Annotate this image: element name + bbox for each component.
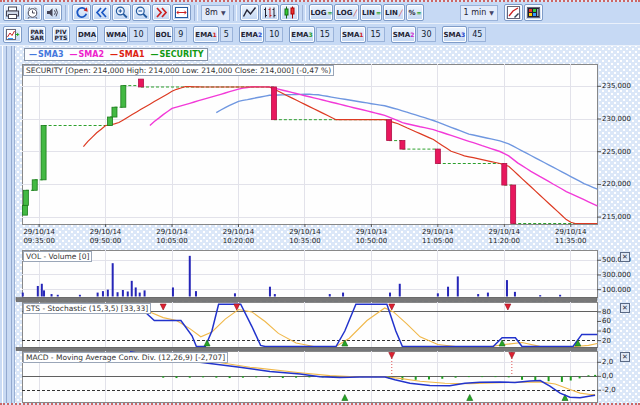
print-icon (5, 5, 20, 20)
x-axis-tick-label: 29/10/14 10:05:00 (148, 228, 196, 246)
candle (108, 117, 113, 126)
red-mark-icon: ╱ (399, 9, 403, 16)
zoom-in-button[interactable] (112, 4, 131, 21)
page-left-button[interactable] (92, 4, 111, 21)
indicator-button-dma[interactable]: DMA (76, 26, 98, 43)
toolbar-row-main: 8m▼LOG=LOG╱LIN=LIN╱%=1 min▼ (0, 2, 640, 24)
zoom-range-dropdown[interactable]: 8m▼ (201, 5, 230, 21)
legend-dash-icon: — (150, 50, 158, 59)
legend-label: SMA3 (38, 50, 63, 59)
indicator-period-value[interactable]: 9 (174, 27, 187, 42)
macd-histogram-bar (455, 376, 457, 377)
stochastic-panel-close-button[interactable]: ✕ (620, 303, 630, 313)
indicator-button-bol[interactable]: BOL (154, 26, 174, 43)
candle (23, 190, 28, 205)
scale-button-label: LOG (311, 9, 327, 17)
indicator-period-value[interactable]: 5 (220, 27, 233, 42)
legend-item-security: —SECURITY (150, 50, 203, 59)
panel-splitter[interactable] (16, 298, 597, 302)
display-settings-button[interactable] (524, 4, 543, 21)
scale-button-lin-3[interactable]: LIN╱ (383, 4, 405, 21)
print-button[interactable] (3, 4, 22, 21)
indicator-period-value[interactable]: 45 (468, 27, 486, 42)
stochastic-axis-label: 20 (602, 337, 611, 345)
sound-button[interactable] (43, 4, 62, 21)
fit-chart-button[interactable] (172, 4, 191, 21)
candle (139, 79, 144, 87)
indicator-period-value[interactable]: 30 (417, 27, 435, 42)
charts-canvas[interactable] (0, 2, 640, 405)
volume-bar (41, 284, 43, 297)
volume-bar (172, 287, 174, 296)
volume-bar (506, 280, 508, 296)
alarm-icon (25, 5, 40, 20)
stochastic-axis-label: 60 (602, 317, 611, 325)
candle (32, 180, 37, 190)
chart-image-button[interactable] (3, 26, 22, 43)
macd-histogram-bar (202, 376, 204, 377)
timeframe-dropdown[interactable]: 1 min▼ (460, 5, 498, 21)
volume-bar (97, 293, 99, 297)
panel-splitter[interactable] (16, 347, 597, 350)
macd-histogram-bar (428, 376, 430, 379)
zoom-out-button[interactable] (132, 4, 151, 21)
refresh-button[interactable] (72, 4, 91, 21)
volume-bar (559, 295, 561, 297)
timeframe-dropdown-value: 1 min (464, 8, 487, 17)
volume-bar (447, 287, 449, 297)
x-axis-tick-label: 29/10/14 11:35:00 (547, 228, 595, 246)
green-mark-icon: = (376, 9, 380, 16)
alarm-button[interactable] (23, 4, 42, 21)
legend-item-sma1: —SMA1 (110, 50, 144, 59)
indicator-button-sma2[interactable]: SMA2 (391, 26, 417, 43)
price-info-line: SECURITY [Open: 214,000 High: 214,000 Lo… (23, 65, 334, 76)
stochastic-panel-label: STS - Stochastic (15,3,5) [33,33] (23, 303, 151, 314)
volume-bar (399, 284, 401, 297)
scale-button-lin-2[interactable]: LIN= (360, 4, 382, 21)
volume-bar (127, 291, 129, 296)
series-legend: —SMA3—SMA2—SMA1—SECURITY (24, 48, 208, 61)
scale-button-percent-4[interactable]: %= (406, 4, 424, 21)
x-axis-tick-label: 29/10/14 09:50:00 (82, 228, 130, 246)
indicator-button-par-sar[interactable]: PAR SAR (28, 26, 46, 43)
indicator-button-ema1[interactable]: EMA1 (193, 26, 218, 43)
volume-panel-close-button[interactable]: ✕ (620, 252, 630, 262)
candlesticks-button[interactable] (280, 4, 299, 21)
candlesticks-icon (282, 5, 297, 20)
volume-bar (117, 292, 119, 296)
indicator-period-value[interactable]: 15 (316, 27, 334, 42)
chart-settings-button[interactable] (504, 4, 523, 21)
macd-histogram-bar (215, 376, 217, 377)
legend-dash-icon: — (69, 50, 77, 59)
indicator-button-piv-pts[interactable]: PIV PTS (52, 26, 70, 43)
indicator-button-ema3[interactable]: EMA3 (289, 26, 314, 43)
scale-button-log-0[interactable]: LOG= (309, 4, 334, 21)
indicator-button-ema2[interactable]: EMA2 (239, 26, 264, 43)
legend-label: SMA2 (78, 50, 103, 59)
zoom-range-dropdown-value: 8m (205, 8, 218, 17)
volume-bar (274, 294, 276, 296)
indicator-button-wma[interactable]: WMA (104, 26, 128, 43)
scale-button-label: % (409, 9, 416, 17)
page-right-button[interactable] (152, 4, 171, 21)
indicator-button-sma1[interactable]: SMA1 (340, 26, 366, 43)
line-chart-button[interactable] (240, 4, 259, 21)
macd-histogram-bar (415, 376, 417, 380)
volume-bar (389, 293, 391, 297)
green-mark-icon: = (327, 9, 331, 16)
volume-bar (139, 293, 141, 297)
refresh-icon (74, 5, 89, 20)
indicator-period-value[interactable]: 10 (129, 27, 147, 42)
macd-panel-close-button[interactable]: ✕ (620, 352, 630, 362)
macd-histogram-bar (229, 376, 231, 378)
candle (271, 87, 276, 120)
scale-button-log-1[interactable]: LOG╱ (334, 4, 359, 21)
macd-histogram-bar (175, 376, 177, 378)
ohlc-bars-button[interactable] (260, 4, 279, 21)
volume-bar (112, 263, 114, 296)
indicator-button-sma3[interactable]: SMA3 (442, 26, 468, 43)
zoom-out-icon (134, 5, 149, 20)
indicator-period-value[interactable]: 10 (265, 27, 283, 42)
green-mark-icon: = (417, 9, 421, 16)
indicator-period-value[interactable]: 15 (367, 27, 385, 42)
